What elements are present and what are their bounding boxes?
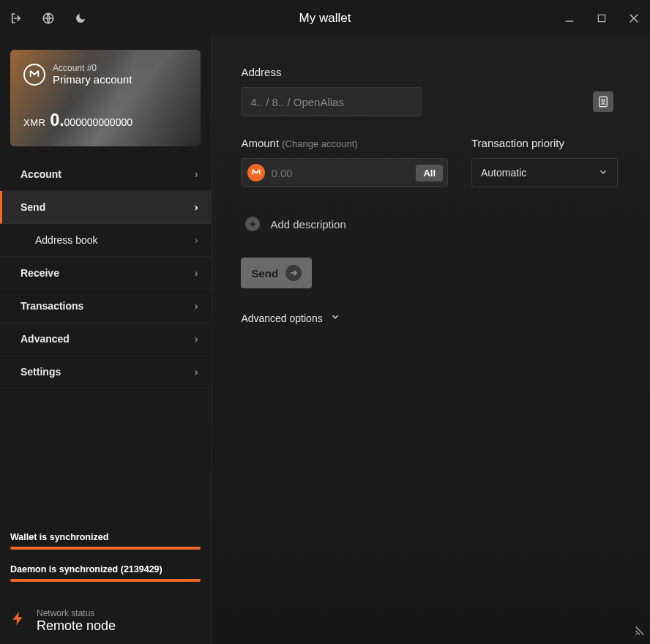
monero-logo-icon <box>23 64 45 86</box>
daemon-sync-bar <box>10 579 201 582</box>
chevron-right-icon: › <box>195 300 198 312</box>
chevron-right-icon: › <box>195 267 198 279</box>
chevron-down-icon <box>598 167 608 179</box>
chevron-right-icon: › <box>195 201 198 213</box>
arrow-right-icon <box>285 265 302 281</box>
chevron-right-icon: › <box>195 168 198 180</box>
nav-account[interactable]: Account › <box>0 158 211 191</box>
amount-label: Amount (Change account) <box>241 137 448 149</box>
nav-transactions[interactable]: Transactions › <box>0 290 211 323</box>
maximize-icon[interactable] <box>594 11 609 26</box>
window-title: My wallet <box>88 11 562 26</box>
theme-moon-icon[interactable] <box>73 11 88 26</box>
logout-icon[interactable] <box>9 11 23 26</box>
account-number: Account #0 <box>53 63 132 73</box>
resize-handle-icon[interactable] <box>631 625 646 637</box>
add-description-button[interactable]: + Add description <box>241 217 618 231</box>
nav-settings[interactable]: Settings › <box>0 356 211 389</box>
nav-advanced[interactable]: Advanced › <box>0 323 211 356</box>
account-card[interactable]: Account #0 Primary account XMR 0.0000000… <box>10 50 201 146</box>
address-book-button[interactable] <box>593 91 613 112</box>
address-input[interactable] <box>241 87 422 116</box>
advanced-options-toggle[interactable]: Advanced options <box>241 312 618 324</box>
wallet-sync-bar <box>10 547 201 550</box>
priority-select[interactable]: Automatic <box>471 158 618 187</box>
bolt-icon <box>10 608 26 634</box>
amount-all-button[interactable]: All <box>416 165 443 181</box>
nav-receive[interactable]: Receive › <box>0 257 211 290</box>
monero-icon <box>247 164 265 181</box>
chevron-down-icon <box>330 312 340 324</box>
nav-send[interactable]: Send › <box>0 191 211 224</box>
change-account-link[interactable]: (Change account) <box>282 138 357 149</box>
daemon-sync-status: Daemon is synchronized (2139429) <box>10 564 201 574</box>
minimize-icon[interactable] <box>562 11 577 26</box>
priority-label: Transaction priority <box>471 137 618 149</box>
chevron-right-icon: › <box>195 366 198 378</box>
plus-icon: + <box>245 217 260 231</box>
chevron-right-icon: › <box>195 333 198 345</box>
svg-point-6 <box>602 100 605 102</box>
account-name: Primary account <box>53 73 132 86</box>
close-icon[interactable] <box>627 11 641 26</box>
address-label: Address <box>241 66 618 78</box>
network-status[interactable]: Network status Remote node <box>0 604 211 644</box>
amount-input[interactable] <box>271 167 410 179</box>
wallet-sync-status: Wallet is synchronized <box>10 532 201 542</box>
globe-icon[interactable] <box>41 11 56 26</box>
nav-address-book[interactable]: Address book › <box>0 224 211 257</box>
account-balance: XMR 0.000000000000 <box>23 111 187 130</box>
send-button[interactable]: Send <box>241 258 312 288</box>
svg-rect-2 <box>598 15 605 21</box>
chevron-right-icon: › <box>195 234 198 246</box>
